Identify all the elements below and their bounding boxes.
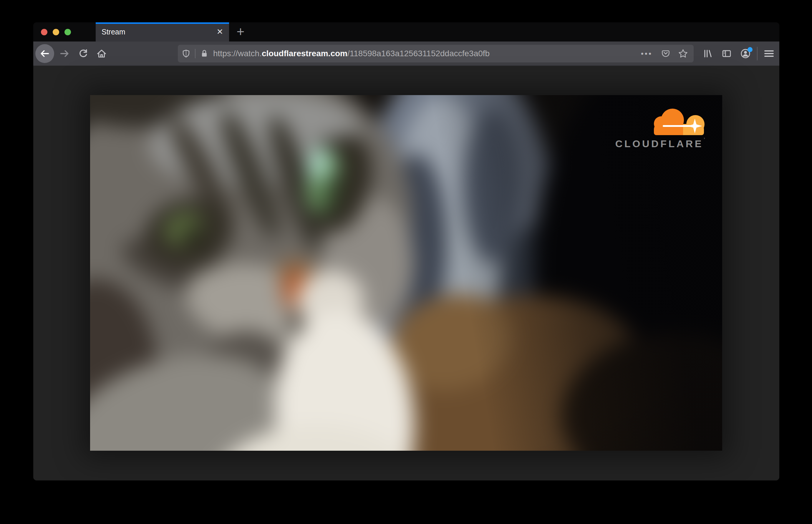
back-button[interactable] xyxy=(35,44,54,63)
urlbar-divider xyxy=(195,49,195,58)
tab-stream[interactable]: Stream ✕ xyxy=(96,22,229,42)
new-tab-button[interactable]: + xyxy=(231,22,250,42)
toolbar-right-icons xyxy=(696,42,776,66)
cloudflare-wordmark: CLOUDFLARE ’ xyxy=(615,138,705,150)
account-notification-badge xyxy=(748,47,752,52)
traffic-lights xyxy=(41,29,71,35)
url-path: /118598a163a125631152ddaccfe3a0fb xyxy=(347,49,490,58)
video-player[interactable]: CLOUDFLARE ’ xyxy=(90,95,722,451)
page-actions-icon[interactable]: ••• xyxy=(641,49,652,58)
navigation-toolbar: https://watch.cloudflarestream.com/11859… xyxy=(33,42,779,66)
menu-button[interactable] xyxy=(762,46,776,61)
forward-button[interactable] xyxy=(59,48,70,60)
tab-title: Stream xyxy=(101,28,126,36)
home-icon xyxy=(96,48,107,59)
sidebar-toggle-button[interactable] xyxy=(719,46,734,61)
reload-icon xyxy=(78,48,89,59)
library-icon xyxy=(702,48,713,59)
close-window-button[interactable] xyxy=(41,29,47,35)
reload-button[interactable] xyxy=(78,48,89,60)
bookmark-star-icon[interactable] xyxy=(678,48,688,59)
titlebar[interactable]: Stream ✕ + xyxy=(33,22,779,42)
lock-icon[interactable] xyxy=(200,49,209,58)
sidebar-icon xyxy=(721,48,732,59)
library-button[interactable] xyxy=(700,46,715,61)
url-domain: cloudflarestream.com xyxy=(262,49,347,58)
pocket-save-icon[interactable] xyxy=(661,49,671,59)
forward-arrow-icon xyxy=(59,48,70,59)
address-bar[interactable]: https://watch.cloudflarestream.com/11859… xyxy=(178,45,694,62)
zoom-window-button[interactable] xyxy=(64,29,71,35)
cloudflare-logo: CLOUDFLARE ’ xyxy=(608,109,705,150)
active-tab-accent xyxy=(96,22,229,24)
browser-window: Stream ✕ + xyxy=(33,22,779,480)
back-arrow-icon xyxy=(39,48,50,59)
tab-close-icon[interactable]: ✕ xyxy=(216,22,223,42)
page-content: CLOUDFLARE ’ xyxy=(33,66,779,480)
trademark-mark: ’ xyxy=(704,137,707,142)
cloudflare-cloud-icon xyxy=(654,109,704,135)
url-text: https://watch.cloudflarestream.com/11859… xyxy=(213,49,490,58)
minimize-window-button[interactable] xyxy=(53,29,59,35)
home-button[interactable] xyxy=(96,48,108,60)
tracking-protection-shield-icon[interactable] xyxy=(181,49,191,58)
toolbar-separator xyxy=(757,47,758,60)
account-button[interactable] xyxy=(738,46,753,61)
hamburger-menu-icon xyxy=(764,49,774,58)
url-scheme: https://watch. xyxy=(213,49,262,58)
